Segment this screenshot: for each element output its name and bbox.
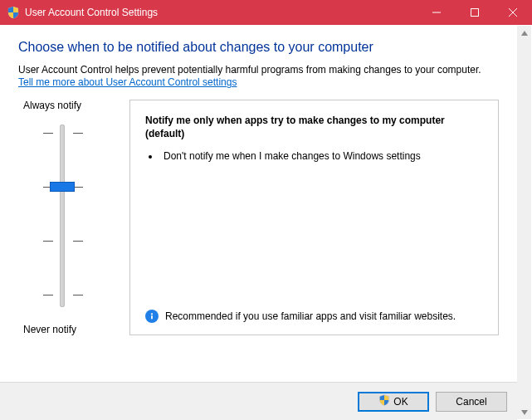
main-panel: Choose when to be notified about changes… xyxy=(0,25,517,420)
uac-slider[interactable] xyxy=(18,116,126,315)
vertical-scrollbar[interactable] xyxy=(517,26,531,419)
uac-shield-icon xyxy=(7,6,20,19)
svg-rect-1 xyxy=(471,9,479,17)
cancel-button[interactable]: Cancel xyxy=(436,392,507,412)
svg-point-4 xyxy=(151,313,153,315)
svg-rect-5 xyxy=(151,315,153,320)
scrollbar-thumb[interactable] xyxy=(517,40,531,405)
dialog-footer: OK Cancel xyxy=(0,382,517,420)
content-area: Choose when to be notified about changes… xyxy=(0,25,532,420)
slider-label-top: Always notify xyxy=(23,100,126,111)
scroll-down-arrow[interactable] xyxy=(517,405,531,419)
description-text: User Account Control helps prevent poten… xyxy=(18,63,499,76)
minimize-button[interactable] xyxy=(417,0,456,25)
close-button[interactable] xyxy=(494,0,532,25)
recommendation: Recommended if you use familiar apps and… xyxy=(145,310,483,323)
level-title: Notify me only when apps try to make cha… xyxy=(145,114,483,140)
ok-button-label: OK xyxy=(393,396,408,408)
maximize-button[interactable] xyxy=(456,0,494,25)
ok-button[interactable]: OK xyxy=(358,392,429,412)
level-bullet-list: Don't notify me when I make changes to W… xyxy=(160,149,483,163)
slider-label-bottom: Never notify xyxy=(23,324,126,335)
titlebar: User Account Control Settings xyxy=(0,0,532,25)
info-icon xyxy=(145,310,159,323)
window-title: User Account Control Settings xyxy=(25,7,417,18)
page-heading: Choose when to be notified about changes… xyxy=(18,40,499,55)
level-description-panel: Notify me only when apps try to make cha… xyxy=(129,100,499,335)
uac-shield-icon xyxy=(378,394,390,408)
slider-column: Always notify Never notify xyxy=(18,100,126,335)
level-bullet: Don't notify me when I make changes to W… xyxy=(160,149,483,163)
cancel-button-label: Cancel xyxy=(456,396,486,408)
recommendation-text: Recommended if you use familiar apps and… xyxy=(165,310,456,323)
help-link[interactable]: Tell me more about User Account Control … xyxy=(18,76,237,88)
scroll-up-arrow[interactable] xyxy=(517,26,531,40)
slider-thumb[interactable] xyxy=(50,182,75,192)
